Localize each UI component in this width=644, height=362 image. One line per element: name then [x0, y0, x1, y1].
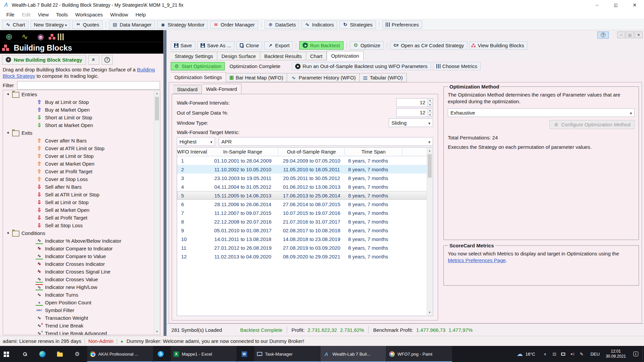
scroll-thumb[interactable]: [428, 154, 432, 178]
strategy-toolbar-button[interactable]: Optimize: [350, 41, 384, 50]
close-button[interactable]: [625, 0, 644, 10]
strategy-toolbar-button[interactable]: Save As ...: [197, 41, 234, 50]
toolbar-button[interactable]: Order Manager: [210, 20, 258, 29]
tree-item[interactable]: Buy at Limit or Stop: [3, 98, 154, 106]
tree-item[interactable]: Indicator Crosses Value: [3, 276, 154, 283]
column-header[interactable]: In-Sample Range: [207, 148, 278, 155]
column-header[interactable]: WFO Interval: [177, 148, 207, 155]
table-row[interactable]: 5 15.11.2005 to 14.06.2013 17.06.2013 to…: [177, 191, 427, 200]
scroll-up-icon[interactable]: [154, 90, 160, 96]
strategy-toolbar-button[interactable]: View Building Blocks: [469, 41, 527, 50]
taskbar-settings-button[interactable]: [70, 346, 87, 362]
tree-item[interactable]: Sell after N Bars: [3, 183, 154, 191]
tree-item[interactable]: Conditions: [3, 229, 154, 237]
wfo-tab[interactable]: Tabular (WFO): [360, 73, 407, 82]
keyboard-language[interactable]: DEU: [587, 352, 602, 357]
tree-item[interactable]: Exits: [3, 129, 154, 137]
table-row[interactable]: 9 05.01.2010 to 01.08.2017 02.08.2017 to…: [177, 226, 427, 235]
table-row[interactable]: 11 27.01.2012 to 26.08.2019 27.08.2019 t…: [177, 243, 427, 252]
optimization-method-select[interactable]: Exhaustive: [448, 108, 635, 117]
pen-icon[interactable]: [579, 352, 584, 357]
volume-icon[interactable]: [570, 352, 575, 357]
doc-tab[interactable]: Chart: [306, 52, 327, 60]
toolbar-button[interactable]: Data Manager: [109, 20, 155, 29]
doc-close-button[interactable]: [635, 32, 643, 38]
show-desktop-button[interactable]: [642, 346, 644, 362]
table-row[interactable]: 3 23.10.2003 to 19.05.2011 20.05.2011 to…: [177, 174, 427, 182]
network-icon[interactable]: [561, 353, 565, 356]
taskbar-edge-button[interactable]: [35, 346, 52, 362]
walk-forward-intervals-input[interactable]: 12: [396, 98, 433, 107]
wfo-tab[interactable]: Parameter History (WFO): [287, 73, 360, 82]
chevron-up-icon[interactable]: [542, 352, 547, 357]
start-optimization-button[interactable]: Start Optimization: [171, 62, 225, 70]
sidebar-splitter[interactable]: [163, 30, 166, 336]
choose-metrics-button[interactable]: Choose Metrics: [433, 62, 481, 70]
column-header[interactable]: Time Span: [345, 148, 402, 155]
tree-item[interactable]: Transaction Weight: [3, 314, 154, 322]
menu-item[interactable]: Workspaces: [71, 12, 106, 17]
table-row[interactable]: 4 04.11.2004 to 31.05.2012 01.06.2012 to…: [177, 182, 427, 191]
restore-button[interactable]: [606, 0, 625, 10]
notification-center-button[interactable]: 1: [629, 346, 642, 362]
metric-name-select[interactable]: APR: [219, 137, 433, 146]
wave-olive-icon[interactable]: [19, 33, 31, 41]
out-of-sample-percent-input[interactable]: 12: [396, 108, 433, 117]
new-building-block-strategy-button[interactable]: New Building Block Strategy: [2, 55, 86, 65]
tree-item[interactable]: Indicator Compare to Value: [3, 252, 154, 260]
table-row[interactable]: 7 11.12.2007 to 09.07.2015 10.07.2015 to…: [177, 208, 427, 217]
tree-item[interactable]: Sell at Limit or Stop: [3, 198, 154, 206]
doc-restore-button[interactable]: [626, 32, 634, 38]
toolbar-button[interactable]: Quotes: [72, 20, 102, 29]
books-icon[interactable]: [58, 34, 64, 40]
doc-tab[interactable]: Backtest Results: [260, 52, 306, 60]
strategy-toolbar-button[interactable]: Run Backtest: [299, 41, 343, 50]
toolbar-button[interactable]: New Strategy: [31, 20, 70, 29]
tree-item[interactable]: Indicator Crosses Indicator: [3, 260, 154, 268]
settings-subtab[interactable]: Standard: [173, 85, 202, 94]
menu-item[interactable]: Window: [107, 12, 132, 17]
tree-item[interactable]: Sell at Market Open: [3, 206, 154, 214]
doc-tab[interactable]: Strategy Settings: [171, 52, 217, 60]
tree-item[interactable]: Short at Limit or Stop: [3, 114, 154, 121]
strategy-toolbar-button[interactable]: Clone: [236, 41, 262, 50]
taskbar-clock[interactable]: 12:01 30.09.2021: [603, 349, 629, 359]
tree-item[interactable]: Sell at Stop Loss: [3, 222, 154, 229]
tree-item[interactable]: Trend Line Break Advanced: [3, 329, 154, 335]
sidebar-help-button[interactable]: [102, 55, 113, 65]
tree-item[interactable]: Sell at Profit Target: [3, 214, 154, 222]
strategy-toolbar-button[interactable]: Export: [264, 41, 293, 50]
globe-icon[interactable]: [3, 32, 15, 42]
tree-item[interactable]: Symbol Filter: [3, 306, 154, 314]
tree-item[interactable]: Indicator Turns: [3, 291, 154, 299]
strategy-help-button[interactable]: [597, 32, 609, 39]
taskbar-explorer-button[interactable]: [52, 346, 70, 362]
scroll-thumb[interactable]: [155, 97, 159, 120]
taskbar-chrome-button[interactable]: AKAI Professional ...: [87, 346, 153, 362]
minimize-button[interactable]: [588, 0, 606, 10]
brain-icon[interactable]: [35, 33, 46, 41]
metric-direction-select[interactable]: Highest: [177, 137, 215, 146]
toolbar-button[interactable]: Chart: [2, 20, 29, 29]
table-row[interactable]: 2 11.10.2002 to 10.05.2010 11.05.2010 to…: [177, 165, 427, 174]
table-row[interactable]: 10 14.01.2011 to 13.08.2018 14.08.2018 t…: [177, 235, 427, 243]
wfo-tab[interactable]: Bar Heat Map (WFO): [226, 73, 287, 82]
tree-item[interactable]: Sell at ATR Limit or Stop: [3, 191, 154, 198]
weather-widget[interactable]: 16°C: [512, 346, 539, 362]
tree-item[interactable]: Indicator Compare to Indicator: [3, 245, 154, 252]
start-button[interactable]: [0, 346, 17, 362]
menu-item[interactable]: Tools: [52, 12, 71, 17]
menu-item[interactable]: Help: [132, 12, 150, 17]
menu-item[interactable]: View: [34, 12, 52, 17]
tree-item[interactable]: Indicator new High/Low: [3, 283, 154, 291]
taskbar-excel-button[interactable]: Mappe1 - Excel: [171, 346, 236, 362]
tree-item[interactable]: Open Position Count: [3, 299, 154, 306]
taskbar-taskmanager-button[interactable]: Task-Manager: [254, 346, 320, 362]
toolbar-button[interactable]: Preferences: [382, 20, 422, 29]
tree-item[interactable]: Entries: [3, 90, 154, 98]
collapse-all-button[interactable]: [88, 55, 99, 65]
tree-item[interactable]: Short at Market Open: [3, 121, 154, 129]
spin-up-icon[interactable]: [427, 109, 433, 113]
toolbar-button[interactable]: Strategy Monitor: [157, 20, 208, 29]
metrics-preferences-link[interactable]: Metrics Preferences Page: [448, 257, 506, 263]
